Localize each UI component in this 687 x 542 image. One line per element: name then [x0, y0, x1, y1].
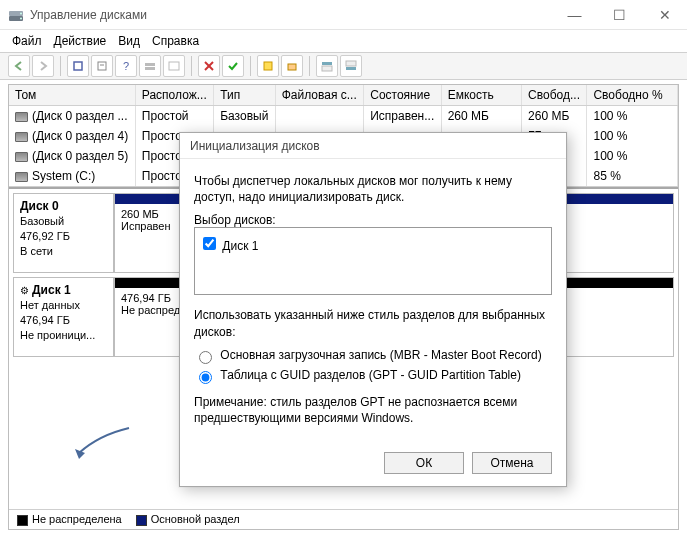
column-header[interactable]: Свободно % — [587, 85, 678, 106]
menu-view[interactable]: Вид — [118, 34, 140, 48]
toolbar-new[interactable] — [257, 55, 279, 77]
toolbar: ? — [0, 52, 687, 80]
toolbar-view2[interactable] — [163, 55, 185, 77]
cancel-button[interactable]: Отмена — [472, 452, 552, 474]
toolbar-back[interactable] — [8, 55, 30, 77]
column-header[interactable]: Тип — [214, 85, 276, 106]
toolbar-open[interactable] — [281, 55, 303, 77]
volume-icon — [15, 132, 28, 142]
svg-rect-13 — [264, 62, 272, 70]
menubar: Файл Действие Вид Справка — [0, 30, 687, 52]
svg-text:?: ? — [123, 60, 129, 72]
svg-rect-10 — [169, 62, 179, 70]
toolbar-view1[interactable] — [139, 55, 161, 77]
main-area: ТомРасполож...ТипФайловая с...СостояниеЕ… — [8, 84, 679, 530]
table-row[interactable]: (Диск 0 раздел ...ПростойБазовыйИсправен… — [9, 106, 678, 127]
close-button[interactable]: ✕ — [642, 0, 687, 30]
column-header[interactable]: Свобод... — [522, 85, 587, 106]
toolbar-bottom[interactable] — [340, 55, 362, 77]
disk1-checkbox[interactable] — [203, 237, 216, 250]
legend-unalloc: Не распределена — [17, 513, 122, 526]
disk-label: ⚙ Диск 1Нет данных476,94 ГБНе проиници..… — [14, 278, 114, 356]
app-icon — [8, 7, 24, 23]
svg-point-2 — [20, 12, 22, 14]
toolbar-help[interactable]: ? — [115, 55, 137, 77]
mbr-radio[interactable] — [199, 351, 212, 364]
toolbar-fwd[interactable] — [32, 55, 54, 77]
toolbar-props[interactable] — [91, 55, 113, 77]
window-title: Управление дисками — [30, 8, 552, 22]
column-header[interactable]: Располож... — [135, 85, 213, 106]
init-disk-dialog: Инициализация дисков Чтобы диспетчер лок… — [179, 132, 567, 487]
radio-mbr[interactable]: Основная загрузочная запись (MBR - Maste… — [194, 348, 542, 362]
svg-rect-8 — [145, 63, 155, 66]
disk-list-item[interactable]: Диск 1 — [199, 234, 547, 253]
svg-rect-17 — [346, 61, 356, 66]
dialog-title: Инициализация дисков — [180, 133, 566, 159]
menu-help[interactable]: Справка — [152, 34, 199, 48]
column-header[interactable]: Том — [9, 85, 135, 106]
volume-icon — [15, 152, 28, 162]
volume-icon — [15, 172, 28, 182]
column-header[interactable]: Емкость — [441, 85, 521, 106]
legend: Не распределена Основной раздел — [9, 509, 678, 529]
disk-listbox[interactable]: Диск 1 — [194, 227, 552, 295]
style-label: Использовать указанный ниже стиль раздел… — [194, 307, 552, 339]
choose-disks-label: Выбор дисков: — [194, 213, 552, 227]
svg-rect-9 — [145, 67, 155, 70]
svg-rect-18 — [346, 67, 356, 70]
svg-rect-5 — [98, 62, 106, 70]
ok-button[interactable]: ОК — [384, 452, 464, 474]
maximize-button[interactable]: ☐ — [597, 0, 642, 30]
dialog-note: Примечание: стиль разделов GPT не распоз… — [194, 394, 552, 426]
minimize-button[interactable]: — — [552, 0, 597, 30]
toolbar-refresh[interactable] — [67, 55, 89, 77]
svg-point-3 — [20, 17, 22, 19]
gpt-radio[interactable] — [199, 371, 212, 384]
svg-rect-14 — [288, 64, 296, 70]
column-header[interactable]: Файловая с... — [275, 85, 364, 106]
menu-file[interactable]: Файл — [12, 34, 42, 48]
toolbar-check[interactable] — [222, 55, 244, 77]
toolbar-top[interactable] — [316, 55, 338, 77]
menu-action[interactable]: Действие — [54, 34, 107, 48]
dialog-intro: Чтобы диспетчер локальных дисков мог пол… — [194, 173, 552, 205]
toolbar-del[interactable] — [198, 55, 220, 77]
svg-rect-4 — [74, 62, 82, 70]
titlebar: Управление дисками — ☐ ✕ — [0, 0, 687, 30]
column-header[interactable]: Состояние — [364, 85, 441, 106]
disk-label: Диск 0Базовый476,92 ГБВ сети — [14, 194, 114, 272]
svg-rect-16 — [322, 66, 332, 71]
svg-rect-15 — [322, 62, 332, 65]
radio-gpt[interactable]: Таблица с GUID разделов (GPT - GUID Part… — [194, 368, 521, 382]
volume-icon — [15, 112, 28, 122]
legend-primary: Основной раздел — [136, 513, 240, 526]
